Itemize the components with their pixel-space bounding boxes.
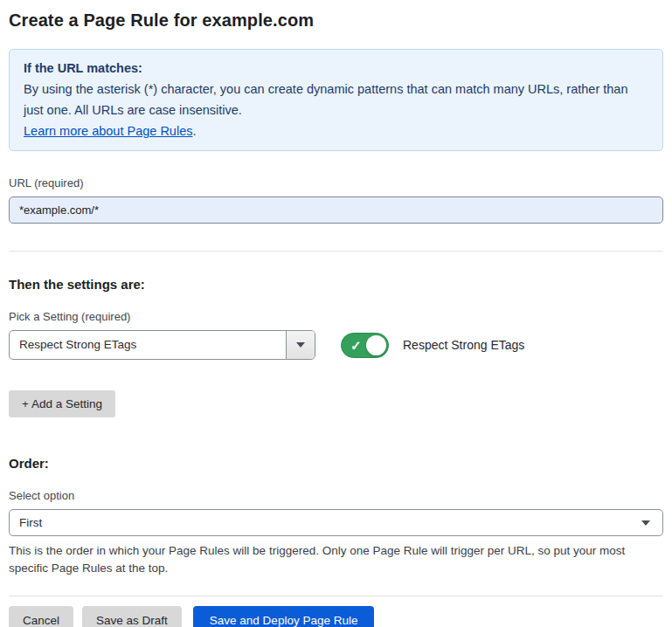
info-box-heading: If the URL matches: (24, 58, 648, 79)
info-box-body: By using the asterisk (*) character, you… (24, 79, 648, 121)
footer-actions: Cancel Save as Draft Save and Deploy Pag… (9, 606, 663, 627)
url-input[interactable] (9, 196, 663, 224)
add-setting-button[interactable]: + Add a Setting (9, 390, 115, 417)
order-select[interactable]: First (9, 509, 663, 536)
link-period: . (192, 124, 196, 138)
page-rule-form: Create a Page Rule for example.com If th… (0, 10, 672, 627)
cancel-button[interactable]: Cancel (9, 606, 73, 627)
setting-dropdown-value: Respect Strong ETags (10, 331, 286, 359)
url-match-info-box: If the URL matches: By using the asteris… (9, 49, 663, 151)
etags-toggle-label: Respect Strong ETags (403, 338, 524, 352)
page-title: Create a Page Rule for example.com (9, 10, 663, 31)
settings-section-heading: Then the settings are: (9, 277, 663, 292)
save-draft-button[interactable]: Save as Draft (82, 606, 182, 627)
order-select-value: First (19, 516, 641, 529)
order-select-label: Select option (9, 489, 663, 502)
pick-setting-label: Pick a Setting (required) (9, 310, 663, 323)
learn-more-link[interactable]: Learn more about Page Rules (24, 124, 192, 138)
save-deploy-button[interactable]: Save and Deploy Page Rule (193, 606, 375, 627)
etags-toggle-group: ✓ Respect Strong ETags (341, 333, 524, 358)
url-field-label: URL (required) (9, 176, 663, 189)
check-icon: ✓ (350, 337, 362, 355)
order-help-text: This is the order in which your Page Rul… (9, 542, 660, 577)
toggle-knob (366, 335, 386, 355)
order-section-heading: Order: (9, 456, 663, 471)
setting-row: Respect Strong ETags ✓ Respect Strong ET… (9, 330, 663, 360)
setting-dropdown[interactable]: Respect Strong ETags (9, 330, 315, 360)
caret-down-icon (641, 520, 650, 526)
section-divider (9, 251, 663, 251)
footer-divider (9, 596, 663, 596)
etags-toggle[interactable]: ✓ (341, 333, 389, 358)
setting-dropdown-button[interactable] (286, 331, 315, 359)
caret-down-icon (296, 342, 305, 348)
info-box-link-line: Learn more about Page Rules. (24, 121, 648, 141)
